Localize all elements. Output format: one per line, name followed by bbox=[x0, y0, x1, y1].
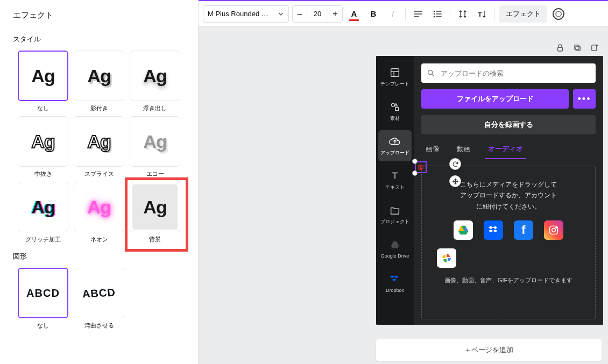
selected-element[interactable]: ① bbox=[415, 161, 427, 173]
sample-text: Ag bbox=[31, 131, 54, 152]
google-photos-icon bbox=[440, 252, 453, 265]
side-uploads[interactable]: アップロード bbox=[378, 130, 412, 161]
sample-text: Ag bbox=[87, 131, 110, 152]
vertical-text-button[interactable]: T bbox=[474, 6, 490, 22]
effects-panel: エフェクト スタイル Ag なし Ag 影付き Ag 浮き出し Ag 中抜き A… bbox=[0, 0, 199, 364]
effects-button[interactable]: エフェクト bbox=[499, 5, 547, 23]
align-icon bbox=[413, 9, 423, 19]
side-google-drive[interactable]: Google Drive bbox=[378, 233, 412, 265]
italic-button[interactable]: I bbox=[385, 6, 401, 22]
shape-none[interactable]: ABCD なし bbox=[17, 268, 69, 330]
upload-more-button[interactable]: ••• bbox=[573, 89, 596, 109]
style-label: ネオン bbox=[90, 235, 108, 244]
svg-rect-6 bbox=[575, 45, 579, 49]
google-drive-icon bbox=[457, 224, 469, 236]
style-background[interactable]: Ag 背景 bbox=[129, 182, 181, 244]
svg-rect-10 bbox=[395, 107, 399, 110]
style-lift[interactable]: Ag 浮き出し bbox=[129, 51, 181, 113]
font-size-decrease[interactable]: – bbox=[293, 6, 307, 22]
chevron-down-icon bbox=[278, 11, 284, 17]
side-dropbox[interactable]: Dropbox bbox=[378, 268, 412, 299]
svg-rect-5 bbox=[576, 46, 580, 51]
style-glitch[interactable]: Ag グリッチ加工 bbox=[17, 182, 69, 244]
svg-rect-7 bbox=[592, 45, 597, 51]
sample-text: Ag bbox=[87, 66, 110, 87]
style-hollow[interactable]: Ag 中抜き bbox=[17, 116, 69, 179]
dropbox-icon bbox=[389, 274, 401, 286]
record-yourself-button[interactable]: 自分を録画する bbox=[421, 115, 596, 134]
shape-label: 湾曲させる bbox=[84, 322, 114, 330]
svg-point-13 bbox=[552, 229, 556, 232]
toolbar-divider bbox=[405, 8, 406, 20]
sample-text: ABCD bbox=[82, 286, 116, 300]
add-page-button[interactable]: ＋ページを追加 bbox=[376, 339, 602, 361]
templates-icon bbox=[389, 67, 401, 78]
style-label: グリッチ加工 bbox=[25, 235, 61, 244]
connect-facebook[interactable]: f bbox=[514, 220, 533, 240]
svg-point-14 bbox=[556, 227, 557, 229]
shape-label: なし bbox=[37, 322, 49, 330]
toolbar-divider bbox=[494, 8, 495, 20]
duplicate-icon[interactable] bbox=[572, 43, 582, 53]
sample-text: ABCD bbox=[26, 287, 60, 299]
style-shadow[interactable]: Ag 影付き bbox=[73, 51, 125, 113]
style-label: エコー bbox=[146, 170, 164, 179]
search-input[interactable] bbox=[440, 69, 590, 78]
list-button[interactable] bbox=[429, 6, 446, 22]
style-echo[interactable]: Ag エコー bbox=[129, 116, 181, 179]
svg-point-2 bbox=[434, 16, 435, 17]
shape-grid: ABCD なし ABCD 湾曲させる bbox=[0, 268, 198, 330]
style-grid: Ag なし Ag 影付き Ag 浮き出し Ag 中抜き Ag スプライス Ag … bbox=[0, 51, 198, 244]
spacing-button[interactable] bbox=[455, 6, 471, 22]
font-size-increase[interactable]: + bbox=[328, 6, 342, 22]
move-handle[interactable] bbox=[449, 175, 461, 187]
upload-dropzone[interactable]: こちらにメディアをドラッグして アップロードするか、アカウント に紐付けてくださ… bbox=[421, 166, 596, 319]
sample-text: Ag bbox=[31, 197, 54, 218]
text-color-button[interactable]: A bbox=[346, 6, 362, 22]
side-projects[interactable]: プロジェクト bbox=[378, 199, 412, 230]
font-size-value[interactable]: 20 bbox=[307, 6, 328, 22]
align-button[interactable] bbox=[410, 6, 426, 22]
sample-text: Ag bbox=[143, 131, 166, 152]
upload-file-button[interactable]: ファイルをアップロード bbox=[421, 89, 569, 109]
add-page-icon[interactable] bbox=[590, 43, 599, 53]
tab-video[interactable]: 動画 bbox=[455, 141, 473, 157]
connect-dropbox[interactable] bbox=[484, 220, 503, 240]
tab-audio[interactable]: オーディオ bbox=[486, 141, 525, 157]
rotate-icon bbox=[452, 161, 459, 168]
rotate-handle[interactable] bbox=[449, 158, 461, 170]
uploads-main: ファイルをアップロード ••• 自分を録画する 画像 動画 オーディオ こちらに… bbox=[414, 56, 603, 325]
lock-icon[interactable] bbox=[555, 43, 565, 53]
style-label: 影付き bbox=[90, 104, 108, 113]
search-icon bbox=[427, 69, 435, 77]
sample-text: Ag bbox=[143, 197, 166, 218]
sample-text: Ag bbox=[143, 66, 166, 87]
panel-title: エフェクト bbox=[0, 2, 198, 27]
style-label: 背景 bbox=[149, 235, 161, 244]
style-neon[interactable]: Ag ネオン bbox=[73, 182, 125, 244]
bold-button[interactable]: B bbox=[365, 6, 381, 22]
animate-icon bbox=[553, 8, 564, 20]
side-text[interactable]: テキスト bbox=[378, 165, 412, 196]
list-icon bbox=[433, 9, 442, 19]
side-templates[interactable]: テンプレート bbox=[378, 61, 412, 92]
style-label: スプライス bbox=[84, 170, 114, 179]
svg-text:T: T bbox=[478, 10, 482, 18]
font-family-select[interactable]: M Plus Rounded … bbox=[203, 5, 289, 23]
search-bar[interactable] bbox=[421, 63, 596, 83]
font-size-stepper: – 20 + bbox=[292, 5, 343, 23]
sample-text: Ag bbox=[87, 197, 110, 218]
shape-curve[interactable]: ABCD 湾曲させる bbox=[73, 268, 125, 330]
elements-icon bbox=[389, 101, 401, 113]
side-elements[interactable]: 素材 bbox=[378, 96, 412, 127]
connect-google-photos[interactable] bbox=[437, 248, 456, 268]
tab-image[interactable]: 画像 bbox=[423, 141, 442, 157]
style-splice[interactable]: Ag スプライス bbox=[73, 116, 125, 179]
google-drive-icon bbox=[389, 239, 401, 251]
animate-button[interactable] bbox=[550, 6, 567, 22]
connect-instagram[interactable] bbox=[544, 220, 563, 240]
style-label: なし bbox=[37, 104, 49, 113]
style-none[interactable]: Ag なし bbox=[17, 51, 69, 113]
add-page-label: ＋ページを追加 bbox=[464, 345, 513, 355]
connect-google-drive[interactable] bbox=[454, 220, 473, 240]
